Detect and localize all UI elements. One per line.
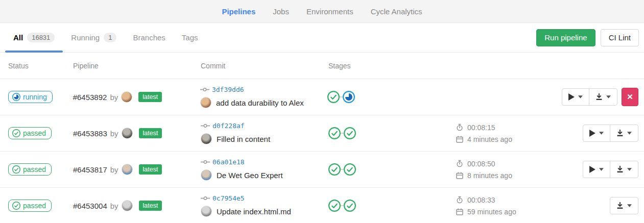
pipeline-duration: 00:08:50 xyxy=(467,160,495,168)
stopwatch-icon xyxy=(456,196,463,204)
latest-badge: latest xyxy=(138,92,162,102)
tab-running[interactable]: Running 1 xyxy=(63,23,125,52)
status-label: running xyxy=(23,93,47,101)
stage-passed-icon[interactable] xyxy=(344,127,356,139)
play-icon xyxy=(589,130,595,137)
nav-item-pipelines[interactable]: Pipelines xyxy=(222,7,255,16)
chevron-down-icon xyxy=(599,168,604,171)
cancel-pipeline-button[interactable]: ✕ xyxy=(622,88,638,106)
avatar[interactable] xyxy=(121,91,132,103)
status-badge-passed[interactable]: passed xyxy=(8,200,52,212)
commit-message[interactable]: De Wet Geo Expert xyxy=(217,171,283,180)
passed-icon xyxy=(12,202,20,210)
pipeline-row: passed #6453004 by latest 0c7954e5 Updat… xyxy=(0,188,644,223)
nav-item-jobs[interactable]: Jobs xyxy=(273,7,289,16)
chevron-down-icon xyxy=(627,132,632,135)
artifacts-dropdown-button[interactable] xyxy=(610,125,638,141)
stage-passed-icon[interactable] xyxy=(344,163,356,176)
commit-hash-link[interactable]: d0f228af xyxy=(212,122,245,130)
avatar[interactable] xyxy=(122,128,133,139)
commit-hash-link[interactable]: 3df39dd6 xyxy=(212,86,244,93)
run-pipeline-button[interactable]: Run pipeline xyxy=(536,29,595,46)
download-icon xyxy=(616,166,624,173)
avatar[interactable] xyxy=(122,200,133,211)
status-label: passed xyxy=(23,129,46,137)
stage-passed-icon[interactable] xyxy=(327,91,340,103)
download-icon xyxy=(595,93,603,101)
avatar[interactable] xyxy=(201,169,212,181)
pipeline-row: running #6453892 by latest 3df39dd6 add … xyxy=(0,79,644,115)
by-label: by xyxy=(110,129,118,138)
commit-message[interactable]: Filled in content xyxy=(217,135,270,143)
chevron-down-icon xyxy=(599,132,604,135)
tab-all[interactable]: All 16831 xyxy=(5,23,63,52)
status-badge-running[interactable]: running xyxy=(8,91,53,103)
actions-button-group xyxy=(583,161,638,178)
stage-passed-icon[interactable] xyxy=(328,127,341,139)
stage-passed-icon[interactable] xyxy=(344,200,356,212)
tab-branches-label: Branches xyxy=(133,33,165,42)
actions-button-group xyxy=(610,197,638,214)
pipeline-id-link[interactable]: #6453892 xyxy=(73,93,107,102)
chevron-down-icon xyxy=(627,168,632,171)
avatar[interactable] xyxy=(122,164,133,175)
actions-button-group xyxy=(583,125,638,142)
tab-tags[interactable]: Tags xyxy=(174,23,206,52)
commit-icon xyxy=(201,160,210,164)
chevron-down-icon xyxy=(627,204,632,207)
stage-passed-icon[interactable] xyxy=(328,200,341,212)
pipeline-id-link[interactable]: #6453004 xyxy=(73,202,107,210)
running-icon xyxy=(12,93,20,101)
status-badge-passed[interactable]: passed xyxy=(8,163,52,176)
latest-badge: latest xyxy=(139,164,162,175)
calendar-icon xyxy=(456,208,463,215)
pipeline-row: passed #6453817 by latest 06a01e18 De We… xyxy=(0,152,644,188)
artifacts-dropdown-button[interactable] xyxy=(589,89,617,105)
header-pipeline: Pipeline xyxy=(73,62,201,70)
pipeline-time-ago: 59 minutes ago xyxy=(467,208,516,216)
top-navigation: Pipelines Jobs Environments Cycle Analyt… xyxy=(0,0,644,23)
tab-tags-label: Tags xyxy=(182,33,198,42)
tab-branches[interactable]: Branches xyxy=(125,23,173,52)
nav-item-environments[interactable]: Environments xyxy=(306,7,353,16)
artifacts-dropdown-button[interactable] xyxy=(610,197,638,214)
commit-message[interactable]: add data durability to Alex xyxy=(216,98,304,107)
play-icon xyxy=(568,93,575,101)
avatar[interactable] xyxy=(201,133,212,144)
tabs-actions: Run pipeline CI Lint xyxy=(536,29,639,46)
retry-dropdown-button[interactable] xyxy=(583,125,610,141)
passed-icon xyxy=(12,165,20,174)
pipeline-row: passed #6453883 by latest d0f228af Fille… xyxy=(0,115,644,152)
nav-item-cycle-analytics[interactable]: Cycle Analytics xyxy=(371,7,422,16)
pipeline-time-ago: 4 minutes ago xyxy=(467,135,512,143)
pipelines-table-header: Status Pipeline Commit Stages xyxy=(0,53,644,79)
by-label: by xyxy=(110,202,118,210)
close-icon: ✕ xyxy=(627,92,633,102)
retry-dropdown-button[interactable] xyxy=(562,89,589,105)
avatar[interactable] xyxy=(200,97,211,108)
pipeline-id-link[interactable]: #6453883 xyxy=(73,129,107,138)
header-commit: Commit xyxy=(201,62,328,70)
stage-running-icon[interactable] xyxy=(343,91,355,103)
commit-message[interactable]: Update index.html.md xyxy=(217,207,291,216)
stage-passed-icon[interactable] xyxy=(328,163,341,176)
download-icon xyxy=(616,202,624,209)
chevron-down-icon xyxy=(578,95,583,98)
commit-hash-link[interactable]: 0c7954e5 xyxy=(212,194,245,202)
artifacts-dropdown-button[interactable] xyxy=(610,161,638,178)
header-stages: Stages xyxy=(328,62,456,70)
ci-lint-button[interactable]: CI Lint xyxy=(601,29,639,46)
pipeline-id-link[interactable]: #6453817 xyxy=(73,165,107,174)
retry-dropdown-button[interactable] xyxy=(583,161,610,178)
commit-hash-link[interactable]: 06a01e18 xyxy=(212,158,245,166)
pipeline-duration: 00:08:15 xyxy=(467,123,495,132)
chevron-down-icon xyxy=(606,95,611,98)
avatar[interactable] xyxy=(201,206,212,217)
play-icon xyxy=(589,166,595,173)
tab-running-label: Running xyxy=(71,33,100,42)
stopwatch-icon xyxy=(456,160,463,167)
status-badge-passed[interactable]: passed xyxy=(8,127,52,139)
tab-all-count-badge: 16831 xyxy=(27,33,55,43)
actions-button-group xyxy=(562,88,617,106)
tab-all-label: All xyxy=(13,33,23,42)
